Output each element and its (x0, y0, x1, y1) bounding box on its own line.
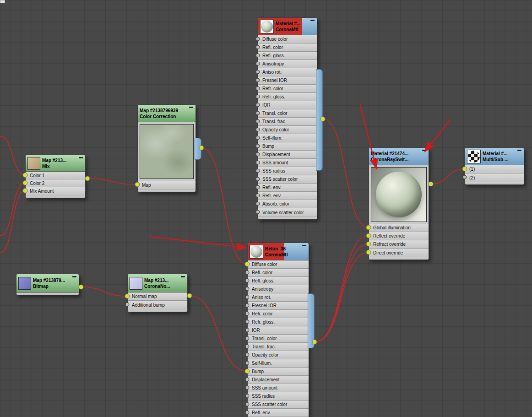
slot-mix-amount[interactable]: Mix Amount (26, 187, 85, 195)
node-scroll-tab[interactable] (308, 293, 315, 348)
connection-wire[interactable] (315, 236, 369, 342)
minimize-icon[interactable] (181, 276, 185, 277)
connection-wire[interactable] (431, 169, 465, 184)
minimize-icon[interactable] (422, 150, 426, 151)
node-header[interactable]: Map #2138796939Color Correction (138, 105, 195, 122)
slot-ior[interactable]: IOR (248, 326, 309, 335)
node-rayswitch[interactable]: Material #21474...CoronaRaySwit...Global… (369, 147, 429, 260)
slot-direct-override[interactable]: Direct override (369, 249, 429, 257)
slot-sss-radius[interactable]: SSS radius (258, 167, 317, 175)
slot-self-illum[interactable]: Self-illum. (248, 359, 309, 368)
slot-bump[interactable]: Bump (248, 368, 309, 376)
slot-refl-color[interactable]: Refl. color (248, 269, 309, 277)
connection-wire[interactable] (0, 183, 25, 236)
slot-sss-scatter-color[interactable]: SSS scatter color (258, 175, 317, 184)
slot-refr-color[interactable]: Refr. color (248, 310, 309, 318)
node-header[interactable]: Map #213...Mix (26, 155, 85, 172)
node-scroll-tab[interactable] (195, 138, 201, 160)
slot-refl-gloss[interactable]: Refl. gloss. (248, 277, 309, 285)
slot-refr-gloss[interactable]: Refr. gloss. (248, 318, 309, 326)
node-header[interactable]: Beton_36CoronaMtl (248, 243, 309, 260)
node-beton[interactable]: Beton_36CoronaMtlDiffuse colorRefl. colo… (247, 243, 309, 417)
slot-aniso-rot[interactable]: Aniso rot. (248, 293, 309, 302)
node-footer (26, 195, 85, 198)
slot-fresnel-ior[interactable]: Fresnel IOR (258, 76, 317, 85)
slot-refr-color[interactable]: Refr. color (258, 85, 317, 93)
slot-opacity-color[interactable]: Opacity color (258, 126, 317, 134)
node-bitmap[interactable]: Map #213879...Bitmap (16, 274, 79, 295)
slot-refl-color[interactable]: Refl. color (258, 43, 317, 52)
node-header[interactable]: Material #...CoronaMtl (258, 18, 317, 35)
connection-wire[interactable] (0, 136, 25, 175)
slot-volume-scatter-color[interactable]: Volume scatter color (258, 208, 317, 217)
node-header[interactable]: Material #21474...CoronaRaySwit... (369, 148, 429, 165)
slot-normal-map[interactable]: Normal map (128, 292, 187, 301)
node-scroll-tab[interactable] (316, 69, 323, 171)
slot-fresnel-ior[interactable]: Fresnel IOR (248, 302, 309, 310)
node-header[interactable]: Material #...Multi/Sub-... (465, 148, 524, 165)
slot-additional-bump[interactable]: Additional bump (128, 301, 187, 309)
node-mix[interactable]: Map #213...MixColor 1Color 2Mix Amount (25, 155, 86, 198)
output-socket[interactable] (79, 285, 83, 289)
slot-self-illum[interactable]: Self-illum. (258, 134, 317, 142)
slot-sss-scatter-color[interactable]: SSS scatter color (248, 401, 309, 409)
slot-anisotropy[interactable]: Anisotropy (248, 285, 309, 293)
connection-wire[interactable] (190, 296, 247, 371)
slot-sss-amount[interactable]: SSS amount (258, 159, 317, 167)
connection-wire[interactable] (323, 119, 369, 227)
node-graph-canvas[interactable]: Material #...CoronaMtlDiffuse colorRefl.… (0, 0, 532, 417)
slot-sss-radius[interactable]: SSS radius (248, 392, 309, 401)
minimize-icon[interactable] (310, 20, 315, 21)
slot-bump[interactable]: Bump (258, 142, 317, 151)
slot-refract-override[interactable]: Refract override (369, 240, 429, 249)
output-socket[interactable] (85, 176, 90, 181)
slot-aniso-rot[interactable]: Aniso rot. (258, 68, 317, 76)
slot-sss-amount[interactable]: SSS amount (248, 384, 309, 392)
minimize-icon[interactable] (72, 276, 76, 277)
slot-diffuse-color[interactable]: Diffuse color (258, 35, 317, 43)
slot-map[interactable]: Map (138, 181, 195, 189)
slot-transl-frac[interactable]: Transl. frac. (258, 118, 317, 126)
node-header[interactable]: Map #213...CoronaNo... (128, 274, 187, 292)
connection-wire[interactable] (315, 252, 369, 342)
slot-ior[interactable]: IOR (258, 101, 317, 109)
node-multisub[interactable]: Material #...Multi/Sub-...(1)(2) (465, 147, 524, 185)
slot-2[interactable]: (2) (465, 173, 524, 182)
slot-absorb-color[interactable]: Absorb. color (258, 200, 317, 208)
connection-wire[interactable] (87, 179, 137, 184)
slot-anisotropy[interactable]: Anisotropy (258, 60, 317, 68)
node-color-correction[interactable]: Map #2138796939Color CorrectionMap (137, 104, 196, 192)
slot-color-2[interactable]: Color 2 (26, 179, 85, 187)
minimize-icon[interactable] (79, 157, 83, 158)
slot-global-illumination[interactable]: Global illumination (369, 224, 429, 232)
slot-transl-frac[interactable]: Transl. frac. (248, 343, 309, 351)
slot-refr-env[interactable]: Refr. env. (258, 192, 317, 200)
slot-refr-gloss[interactable]: Refr. gloss. (258, 93, 317, 101)
connection-wire[interactable] (0, 191, 25, 253)
connection-wire[interactable] (315, 244, 369, 342)
minimize-icon[interactable] (517, 150, 521, 151)
minimize-icon[interactable] (302, 245, 306, 246)
slot-displacement[interactable]: Displacement (258, 151, 317, 159)
slot-refl-env[interactable]: Refl. env. (248, 409, 309, 417)
slot-opacity-color[interactable]: Opacity color (248, 351, 309, 359)
slot-transl-color[interactable]: Transl. color (248, 335, 309, 343)
slot-label: IOR (252, 328, 260, 333)
slot-1[interactable]: (1) (465, 165, 524, 173)
slot-refl-env[interactable]: Refl. env. (258, 184, 317, 192)
slot-refl-gloss[interactable]: Refl. gloss. (258, 52, 317, 60)
slot-transl-color[interactable]: Transl. color (258, 109, 317, 118)
connection-wire[interactable] (201, 148, 247, 264)
connection-wire[interactable] (81, 287, 127, 296)
node-header[interactable]: Map #213879...Bitmap (16, 274, 79, 292)
minimize-icon[interactable] (189, 107, 193, 108)
slot-displacement[interactable]: Displacement (248, 376, 309, 384)
output-socket[interactable] (429, 182, 433, 186)
node-coronamtl-top[interactable]: Material #...CoronaMtlDiffuse colorRefl.… (258, 17, 317, 220)
slot-reflect-override[interactable]: Reflect override (369, 232, 429, 240)
slot-label: Volume scatter color (262, 210, 304, 215)
output-socket[interactable] (187, 293, 192, 298)
node-corona-normal[interactable]: Map #213...CoronaNo...Normal mapAddition… (127, 274, 188, 312)
slot-diffuse-color[interactable]: Diffuse color (248, 260, 309, 269)
slot-color-1[interactable]: Color 1 (26, 172, 85, 179)
